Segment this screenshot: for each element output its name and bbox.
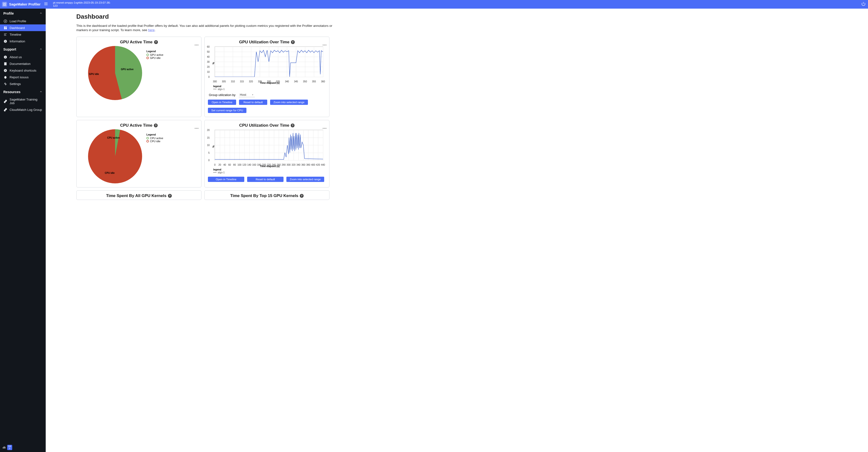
svg-rect-1 <box>5 3 6 4</box>
card-title-text: Time Spent By Top 15 GPU Kernels <box>230 193 298 198</box>
sidebar-item-load-profile[interactable]: Load Profile <box>0 18 46 24</box>
sidebar-item-label: Dashboard <box>9 26 25 30</box>
chevron-down-icon <box>251 94 254 96</box>
x-axis-label: Time elapsed (s) <box>260 165 279 168</box>
sidebar-section-support[interactable]: Support <box>0 44 46 54</box>
legend-swatch <box>147 57 149 59</box>
chart-legend: legend algo-1 <box>213 85 326 90</box>
sidebar-section-resources[interactable]: Resources <box>0 87 46 96</box>
svg-rect-0 <box>3 3 4 4</box>
card-title-text: GPU Utilization Over Time <box>239 40 289 44</box>
card-gpu-active-time: GPU Active Time ? ••• GPU active GPU idl… <box>76 37 202 117</box>
help-icon[interactable]: ? <box>154 40 158 44</box>
help-icon[interactable]: ? <box>154 124 158 127</box>
legend-swatch <box>147 140 149 143</box>
y-axis-label: % <box>212 146 215 148</box>
reset-default-button[interactable]: Reset to default <box>239 99 267 105</box>
settings-icon <box>3 82 7 86</box>
chevron-up-icon <box>39 11 42 15</box>
legend-label: CPU active <box>150 137 163 140</box>
open-timeline-button[interactable]: Open in Timeline <box>208 177 244 182</box>
sidebar-item-settings[interactable]: Settings <box>0 81 46 87</box>
legend-title: legend <box>213 85 326 88</box>
sidebar-item-label: Report issuus <box>9 76 28 79</box>
legend-dash <box>213 172 217 173</box>
sidebar-item-label: Documentation <box>9 62 30 66</box>
desc-text: This is the dashboard of the loaded prof… <box>76 24 332 32</box>
bug-icon <box>3 75 7 79</box>
help-icon[interactable]: ? <box>291 40 295 44</box>
help-icon[interactable]: ? <box>300 194 304 198</box>
db-badge[interactable]: DB 0 <box>7 445 12 450</box>
x-axis-label: Time elapsed (s) <box>260 81 279 84</box>
sidebar-item-cloudwatch[interactable]: CloudWatch Log Group <box>0 106 46 113</box>
sidebar-item-report[interactable]: Report issuus <box>0 74 46 81</box>
svg-line-31 <box>4 78 4 78</box>
set-range-cpu-button[interactable]: Set current range for CPU <box>208 108 246 113</box>
legend-title: legend <box>213 168 326 171</box>
dashboard-icon <box>3 26 7 30</box>
help-icon[interactable]: ? <box>168 194 172 198</box>
legend-title: Legend <box>147 133 163 136</box>
y-axis-label: % <box>212 62 215 64</box>
topbar: SageMaker Profiler pt-resnet-smppy-1xg4d… <box>0 0 868 9</box>
pie-chart-cpu: CPU active CPU idle <box>88 129 142 183</box>
sidebar-item-shortcuts[interactable]: ? Keyboard shortcuts <box>0 67 46 74</box>
legend-label: GPU idle <box>150 57 160 59</box>
help-icon[interactable]: ? <box>291 124 294 127</box>
card-title-text: CPU Active Time <box>120 123 152 128</box>
svg-marker-9 <box>5 21 6 22</box>
badge-count: 0 <box>8 448 11 450</box>
sidebar-section-label: Resources <box>3 90 21 94</box>
chart-legend: legend algo-1 <box>213 168 326 174</box>
svg-rect-12 <box>5 28 7 29</box>
open-timeline-button[interactable]: Open in Timeline <box>208 99 236 105</box>
svg-rect-35 <box>5 447 5 448</box>
card-menu-icon[interactable]: ••• <box>194 43 199 47</box>
card-title-text: CPU Utilization Over Time <box>239 123 289 128</box>
sidebar-item-dashboard[interactable]: Dashboard <box>0 24 46 31</box>
group-by-row: Group utilization by Host <box>209 92 326 97</box>
sidebar-item-label: SageMaker Training Job <box>9 98 42 105</box>
legend-label: GPU active <box>150 53 163 56</box>
svg-rect-10 <box>4 26 5 28</box>
sidebar-item-about[interactable]: i About us <box>0 54 46 60</box>
pie-legend: Legend GPU active GPU idle <box>147 50 163 60</box>
sidebar-item-training-job[interactable]: SageMaker Training Job <box>0 96 46 106</box>
pie-slice-label: CPU idle <box>105 172 115 174</box>
sidebar-item-documentation[interactable]: Documentation <box>0 60 46 67</box>
sidebar-item-label: Load Profile <box>9 20 26 23</box>
svg-text:i: i <box>5 56 5 58</box>
svg-marker-36 <box>252 95 253 95</box>
power-icon[interactable] <box>861 2 866 7</box>
zoom-selected-button[interactable]: Zoom into selected range <box>270 99 308 105</box>
svg-line-32 <box>6 78 6 78</box>
learn-more-link[interactable]: here <box>148 28 155 32</box>
sidebar-item-timeline[interactable]: Timeline <box>0 31 46 38</box>
chevron-up-icon <box>39 90 42 94</box>
zoom-selected-button[interactable]: Zoom into selected range <box>286 177 324 182</box>
hamburger-icon[interactable] <box>44 2 48 7</box>
card-menu-icon[interactable]: ••• <box>194 126 199 130</box>
svg-text:?: ? <box>4 69 6 71</box>
group-by-label: Group utilization by <box>209 93 236 97</box>
page-title: Dashboard <box>76 13 863 20</box>
sidebar-item-label: Settings <box>9 82 21 86</box>
timeline-icon <box>3 33 7 36</box>
card-gpu-kernels-all: Time Spent By All GPU Kernels ? <box>76 190 202 200</box>
legend-swatch <box>147 54 149 56</box>
pie-slice-label: GPU active <box>121 68 133 71</box>
pie-chart-gpu: GPU active GPU idle <box>88 46 142 100</box>
job-name: pt-resnet-smppy-1xg4dn-2023-05-19-23-07-… <box>53 1 115 7</box>
chart-icon[interactable] <box>2 446 6 450</box>
group-by-select[interactable]: Host <box>239 92 255 97</box>
pie-slice-label: GPU idle <box>89 73 99 76</box>
svg-rect-3 <box>5 4 6 6</box>
sidebar-item-label: About us <box>9 55 22 59</box>
sidebar-item-information[interactable]: i Information <box>0 38 46 44</box>
link-icon <box>3 99 7 103</box>
reset-default-button[interactable]: Reset to default <box>247 177 283 182</box>
info-icon: i <box>3 39 7 43</box>
svg-line-29 <box>4 77 4 77</box>
sidebar-section-profile[interactable]: Profile <box>0 9 46 18</box>
